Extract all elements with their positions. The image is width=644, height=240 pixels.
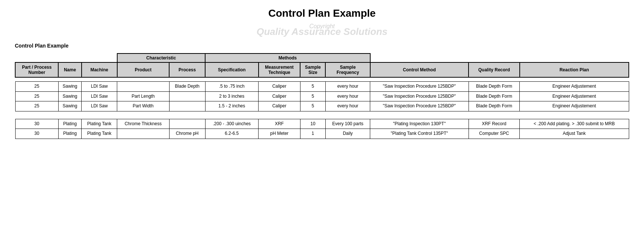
col-reaction-plan: Reaction Plan bbox=[520, 62, 629, 77]
table-cell: 6.2-6.5 bbox=[205, 129, 258, 139]
table-row: 25SawingLDI SawPart Length2 to 3 inchesC… bbox=[15, 91, 629, 101]
table-cell: Caliper bbox=[259, 101, 300, 111]
group-header-row: Characteristic Methods bbox=[15, 53, 629, 62]
table-cell: Sawing bbox=[58, 101, 81, 111]
table-cell: 25 bbox=[15, 101, 58, 111]
table-cell: .5 to .75 inch bbox=[205, 82, 258, 92]
table-cell: every hour bbox=[325, 101, 370, 111]
table-cell: Blade Depth Form bbox=[469, 91, 519, 101]
table-cell: Plating Tank bbox=[82, 129, 117, 139]
table-cell: pH Meter bbox=[259, 129, 300, 139]
table-row: 30PlatingPlating TankChrome pH6.2-6.5pH … bbox=[15, 129, 629, 139]
table-cell: 5 bbox=[300, 101, 325, 111]
page-title: Control Plan Example bbox=[15, 7, 629, 19]
table-cell: LDI Saw bbox=[82, 101, 117, 111]
col-machine: Machine bbox=[82, 62, 117, 77]
table-cell: Chrome pH bbox=[169, 129, 205, 139]
table-row: 25SawingLDI SawBlade Depth.5 to .75 inch… bbox=[15, 82, 629, 92]
control-plan-table: Characteristic Methods Part / ProcessNum… bbox=[15, 53, 629, 139]
table-cell: 30 bbox=[15, 119, 58, 129]
table-cell bbox=[169, 91, 205, 101]
col-process: Process bbox=[169, 62, 205, 77]
table-cell: 25 bbox=[15, 91, 58, 101]
table-cell: Part Length bbox=[117, 91, 170, 101]
table-cell: Blade Depth Form bbox=[469, 82, 519, 92]
table-row: 25SawingLDI SawPart Width1.5 - 2 inchesC… bbox=[15, 101, 629, 111]
table-cell: 2 to 3 inches bbox=[205, 91, 258, 101]
table-cell bbox=[117, 82, 170, 92]
table-cell: LDI Saw bbox=[82, 91, 117, 101]
table-cell: Caliper bbox=[259, 82, 300, 92]
col-sample-size: SampleSize bbox=[300, 62, 325, 77]
table-cell: XRF Record bbox=[469, 119, 519, 129]
table-cell: Engineer Adjustement bbox=[520, 101, 629, 111]
watermark-copyright: Copyright bbox=[309, 23, 335, 30]
table-cell: "Saw Inspection Procedure 125BDP" bbox=[370, 91, 469, 101]
table-cell: "Plating Inspection 130PT" bbox=[370, 119, 469, 129]
table-cell: Blade Depth bbox=[169, 82, 205, 92]
table-cell: "Saw Inspection Procedure 125BDP" bbox=[370, 82, 469, 92]
table-cell: 25 bbox=[15, 82, 58, 92]
table-cell: 10 bbox=[300, 119, 325, 129]
col-part-process-number: Part / ProcessNumber bbox=[15, 62, 58, 77]
col-sample-frequency: SampleFrequency bbox=[325, 62, 370, 77]
col-specification: Specification bbox=[205, 62, 258, 77]
table-cell: 1 bbox=[300, 129, 325, 139]
col-header-row: Part / ProcessNumber Name Machine Produc… bbox=[15, 62, 629, 77]
table-cell: Adjust Tank bbox=[520, 129, 629, 139]
table-cell: 5 bbox=[300, 91, 325, 101]
table-cell: Plating bbox=[58, 119, 81, 129]
table-cell: 30 bbox=[15, 129, 58, 139]
col-control-method: Control Method bbox=[370, 62, 469, 77]
table-cell: every hour bbox=[325, 91, 370, 101]
table-cell: < .200 Add plating. > .300 submit to MRB bbox=[520, 119, 629, 129]
table-row: 30PlatingPlating TankChrome Thickness.20… bbox=[15, 119, 629, 129]
table-cell: Engineer Adjustement bbox=[520, 82, 629, 92]
col-name: Name bbox=[58, 62, 81, 77]
empty-group-header bbox=[15, 53, 117, 62]
methods-group-header: Methods bbox=[205, 53, 370, 62]
table-cell: "Plating Tank Control 135PT" bbox=[370, 129, 469, 139]
subtitle: Control Plan Example bbox=[15, 43, 629, 49]
table-cell: Chrome Thickness bbox=[117, 119, 170, 129]
table-cell: Computer SPC bbox=[469, 129, 519, 139]
empty-group-header-right bbox=[370, 53, 629, 62]
col-measurement-technique: MeasurementTechnique bbox=[259, 62, 300, 77]
table-cell: Daily bbox=[325, 129, 370, 139]
table-cell bbox=[169, 101, 205, 111]
characteristic-group-header: Characteristic bbox=[117, 53, 206, 62]
table-cell: Every 100 parts bbox=[325, 119, 370, 129]
table-cell: Engineer Adjustement bbox=[520, 91, 629, 101]
table-wrapper: Characteristic Methods Part / ProcessNum… bbox=[15, 53, 629, 139]
table-cell: Part Width bbox=[117, 101, 170, 111]
col-product: Product bbox=[117, 62, 170, 77]
watermark-container: Copyright Quality Assurance Solutions bbox=[15, 23, 629, 39]
table-cell bbox=[117, 129, 170, 139]
table-cell bbox=[169, 119, 205, 129]
col-quality-record: Quality Record bbox=[469, 62, 519, 77]
table-cell: LDI Saw bbox=[82, 82, 117, 92]
table-cell: "Saw Inspection Procedure 125BDP" bbox=[370, 101, 469, 111]
table-cell: Plating bbox=[58, 129, 81, 139]
table-cell: 5 bbox=[300, 82, 325, 92]
table-cell: Plating Tank bbox=[82, 119, 117, 129]
table-cell: .200 - .300 uinches bbox=[205, 119, 258, 129]
table-cell: Sawing bbox=[58, 91, 81, 101]
table-cell: 1.5 - 2 inches bbox=[205, 101, 258, 111]
table-cell: XRF bbox=[259, 119, 300, 129]
table-cell: Sawing bbox=[58, 82, 81, 92]
table-cell: Blade Depth Form bbox=[469, 101, 519, 111]
table-cell: Caliper bbox=[259, 91, 300, 101]
table-cell: every hour bbox=[325, 82, 370, 92]
